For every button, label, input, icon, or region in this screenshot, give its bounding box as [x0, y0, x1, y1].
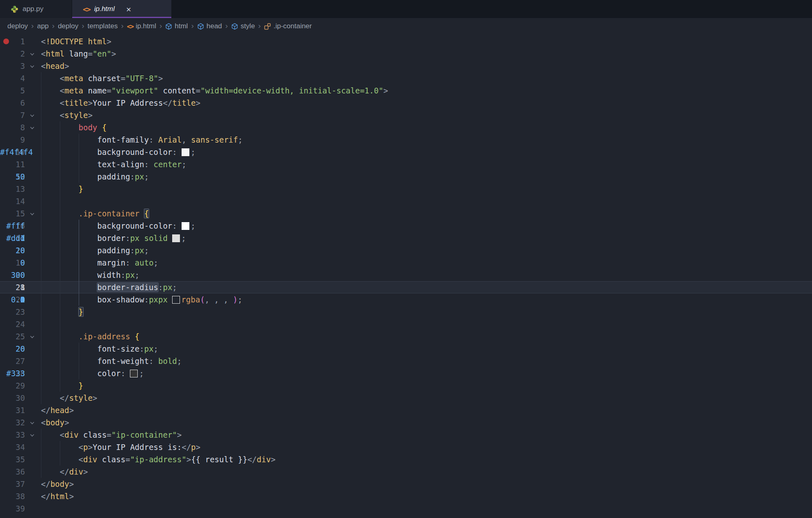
line-number[interactable]: 11 — [0, 158, 25, 170]
code-token — [139, 209, 144, 218]
color-swatch[interactable] — [172, 234, 180, 242]
fold-chevron-icon[interactable] — [30, 64, 34, 68]
code-line-9[interactable]: 9 font-family: Arial, sans-serif; — [0, 134, 812, 146]
code-line-11[interactable]: 11 text-align: center; — [0, 158, 812, 170]
code-line-29[interactable]: 29 } — [0, 379, 812, 392]
code-line-34[interactable]: 34 <p>Your IP Address is:</p> — [0, 441, 812, 453]
fold-chevron-icon[interactable] — [30, 52, 34, 56]
code-line-31[interactable]: 31</head> — [0, 404, 812, 416]
line-number[interactable]: 5 — [0, 84, 25, 97]
code-line-21[interactable]: 21 border-radius: 8px; — [0, 281, 812, 293]
code-line-15[interactable]: 15 .ip-container { — [0, 207, 812, 220]
breadcrumb-item-style[interactable]: style — [230, 22, 256, 30]
code-line-28[interactable]: 28 color: #333; — [0, 367, 812, 379]
line-number[interactable]: 29 — [0, 379, 25, 392]
line-number[interactable]: 8 — [0, 121, 25, 134]
line-number[interactable]: 34 — [0, 441, 25, 453]
code-line-38[interactable]: 38</html> — [0, 490, 812, 502]
color-swatch[interactable] — [182, 222, 189, 230]
tab-app-py[interactable]: app.py — [0, 0, 72, 18]
tab-ip-html[interactable]: <> ip.html × — [72, 0, 171, 18]
code-line-35[interactable]: 35 <div class="ip-address">{{ result }}<… — [0, 453, 812, 466]
code-line-26[interactable]: 26 font-size: 20px; — [0, 343, 812, 355]
color-swatch[interactable] — [130, 370, 138, 377]
code-line-36[interactable]: 36 </div> — [0, 466, 812, 478]
breadcrumb-item-html[interactable]: html — [164, 22, 189, 30]
line-number[interactable]: 14 — [0, 195, 25, 207]
code-token — [41, 74, 60, 83]
code-line-33[interactable]: 33 <div class="ip-container"> — [0, 429, 812, 441]
breadcrumb-item-head[interactable]: head — [196, 22, 223, 30]
color-swatch[interactable] — [172, 296, 180, 304]
breadcrumb-item-deploy[interactable]: deploy — [7, 22, 29, 30]
line-number[interactable]: 6 — [0, 97, 25, 109]
line-number[interactable]: 25 — [0, 330, 25, 343]
code-editor[interactable]: 1<!DOCTYPE html>2<html lang="en">3<head>… — [0, 34, 812, 518]
code-line-5[interactable]: 5 <meta name="viewport" content="width=d… — [0, 84, 812, 97]
line-number[interactable]: 33 — [0, 429, 25, 441]
code-line-22[interactable]: 22 box-shadow: 0 2px 4px rgba(0, 0, 0, 0… — [0, 293, 812, 306]
code-line-10[interactable]: 10 background-color: #f4f4f4; — [0, 146, 812, 158]
line-number[interactable]: 32 — [0, 416, 25, 429]
code-line-37[interactable]: 37</body> — [0, 478, 812, 490]
line-number[interactable]: 2 — [0, 48, 25, 60]
code-token — [41, 430, 60, 439]
breadcrumb-item-ip.html[interactable]: <>ip.html — [126, 22, 157, 30]
code-line-25[interactable]: 25 .ip-address { — [0, 330, 812, 343]
line-number[interactable]: 4 — [0, 72, 25, 84]
line-number[interactable]: 39 — [0, 502, 25, 515]
code-line-20[interactable]: 20 width: 300px; — [0, 269, 812, 281]
breadcrumb-item-app[interactable]: app — [36, 22, 49, 30]
line-number[interactable]: 1 — [0, 35, 25, 48]
code-line-13[interactable]: 13 } — [0, 183, 812, 195]
code-line-6[interactable]: 6 <title>Your IP Address</title> — [0, 97, 812, 109]
code-line-1[interactable]: 1<!DOCTYPE html> — [0, 35, 812, 48]
code-line-4[interactable]: 4 <meta charset="UTF-8"> — [0, 72, 812, 84]
breadcrumb-item-deploy[interactable]: deploy — [57, 22, 79, 30]
fold-chevron-icon[interactable] — [30, 125, 34, 130]
code-line-18[interactable]: 18 padding: 20px; — [0, 244, 812, 257]
code-line-19[interactable]: 19 margin: 0 auto; — [0, 257, 812, 269]
close-tab-icon[interactable]: × — [126, 5, 131, 14]
code-line-8[interactable]: 8 body { — [0, 121, 812, 134]
fold-chevron-icon[interactable] — [30, 334, 34, 339]
code-line-23[interactable]: 23 } — [0, 306, 812, 318]
code-line-30[interactable]: 30 </style> — [0, 392, 812, 404]
code-line-27[interactable]: 27 font-weight: bold; — [0, 355, 812, 367]
breadcrumb-item-ip-container[interactable]: .ip-container — [263, 22, 313, 30]
code-line-24[interactable]: 24 — [0, 318, 812, 330]
code-line-7[interactable]: 7 <style> — [0, 109, 812, 121]
line-number[interactable]: 3 — [0, 60, 25, 72]
fold-chevron-icon[interactable] — [30, 211, 34, 216]
code-line-2[interactable]: 2<html lang="en"> — [0, 48, 812, 60]
indent-guide — [41, 134, 41, 146]
line-number[interactable]: 9 — [0, 134, 25, 146]
line-number[interactable]: 36 — [0, 466, 25, 478]
fold-chevron-icon[interactable] — [30, 420, 34, 425]
line-number[interactable]: 7 — [0, 109, 25, 121]
code-line-14[interactable]: 14 — [0, 195, 812, 207]
fold-chevron-icon[interactable] — [30, 433, 34, 437]
line-number[interactable]: 15 — [0, 207, 25, 220]
line-number[interactable]: 23 — [0, 306, 25, 318]
code-line-32[interactable]: 32<body> — [0, 416, 812, 429]
code-line-12[interactable]: 12 padding: 50px; — [0, 170, 812, 183]
line-number[interactable]: 31 — [0, 404, 25, 416]
breadcrumb-item-templates[interactable]: templates — [87, 22, 119, 30]
code-token: padding — [97, 172, 130, 181]
line-number[interactable]: 38 — [0, 490, 25, 502]
code-token: 8 — [0, 281, 25, 293]
line-number[interactable]: 13 — [0, 183, 25, 195]
code-line-39[interactable]: 39 — [0, 502, 812, 515]
line-number[interactable]: 24 — [0, 318, 25, 330]
color-swatch[interactable] — [182, 148, 189, 156]
fold-chevron-icon[interactable] — [30, 113, 34, 117]
code-line-17[interactable]: 17 border: 1px solid #ddd; — [0, 232, 812, 244]
code-line-16[interactable]: 16 background-color: #fff; — [0, 220, 812, 232]
code-token: px — [144, 344, 154, 353]
line-number[interactable]: 35 — [0, 453, 25, 466]
code-line-3[interactable]: 3<head> — [0, 60, 812, 72]
line-number[interactable]: 30 — [0, 392, 25, 404]
line-number[interactable]: 37 — [0, 478, 25, 490]
line-number[interactable]: 27 — [0, 355, 25, 367]
